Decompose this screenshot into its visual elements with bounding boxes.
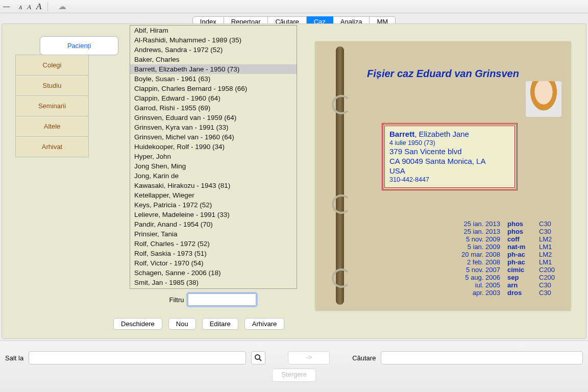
list-item[interactable]: Keys, Patricia - 1972 (52) — [130, 200, 297, 210]
patient-phone: 310-442-8447 — [389, 176, 510, 184]
presc-date: 5 nov. 2009 — [461, 235, 500, 243]
search-label: Căutare — [352, 354, 376, 362]
address-card: Barrett, Elizabeth Jane 4 iulie 1950 (73… — [382, 123, 518, 190]
presc-remedy: dros — [507, 289, 532, 297]
list-item[interactable]: Smith, John — [130, 287, 297, 289]
toolbar: — A A A ☁ — [0, 0, 588, 13]
filter-input[interactable] — [188, 293, 256, 306]
list-item[interactable]: Jong, Karin de — [130, 171, 297, 181]
presc-potency: LM1 — [539, 243, 559, 251]
group-studiu[interactable]: Studiu — [15, 75, 89, 96]
presc-remedy: sep — [507, 274, 532, 281]
list-item[interactable]: Kawasaki, Hirakozu - 1943 (81) — [130, 181, 297, 190]
presc-potency: C30 — [539, 289, 559, 297]
list-item[interactable]: Boyle, Susan - 1961 (63) — [130, 74, 297, 84]
list-item[interactable]: Schagen, Sanne - 2006 (18) — [130, 268, 297, 278]
presc-potency: LM2 — [539, 251, 559, 258]
group-altele[interactable]: Altele — [15, 116, 89, 137]
search-input[interactable] — [381, 351, 583, 364]
bottom-bar: Salt la -> Căutare Ștergere — [0, 340, 588, 392]
new-button[interactable]: Nou — [168, 318, 196, 330]
prescriptions: 25 ian. 2013phosC3025 ian. 2013phosC305 … — [461, 220, 559, 297]
presc-potency: C200 — [539, 274, 559, 281]
case-title: Fișier caz Eduard van Grinsven — [315, 68, 571, 80]
list-item[interactable]: Clappin, Charles Bernard - 1958 (66) — [130, 84, 297, 93]
ring-icon — [332, 194, 351, 214]
group-list: PaciențiColegiStudiuSeminariiAlteleArhiv… — [15, 36, 89, 157]
presc-remedy: nat-m — [507, 243, 532, 251]
open-button[interactable]: Deschidere — [113, 318, 162, 330]
patient-addr1: 379 San Vicente blvd — [389, 147, 510, 157]
list-item[interactable]: Baker, Charles — [130, 55, 297, 64]
patient-birthdate: 4 iulie 1950 (73) — [389, 139, 510, 148]
go-button: -> — [288, 351, 330, 364]
presc-remedy: ph-ac — [507, 258, 532, 266]
list-item[interactable]: Prinsier, Tania — [130, 229, 297, 239]
presc-remedy: cimic — [507, 266, 532, 274]
patient-list[interactable]: Abif, HiramAl-Rashidi, Muhammed - 1989 (… — [130, 25, 297, 289]
edit-button[interactable]: Editare — [202, 318, 238, 330]
binding-strip — [336, 46, 344, 305]
cloud-icon[interactable]: ☁ — [58, 2, 66, 11]
list-item[interactable]: Smit, Jan - 1985 (38) — [130, 278, 297, 287]
list-item[interactable]: Grinsven, Eduard van - 1959 (64) — [130, 113, 297, 122]
group-colegi[interactable]: Colegi — [15, 55, 89, 76]
group-arhivat[interactable]: Arhivat — [15, 136, 89, 157]
group-seminarii[interactable]: Seminarii — [15, 95, 89, 116]
svg-line-1 — [259, 359, 261, 361]
presc-remedy: phos — [507, 220, 532, 228]
svg-point-0 — [255, 355, 260, 359]
list-item[interactable]: Rolf, Charles - 1972 (52) — [130, 239, 297, 249]
patient-addr2: CA 90049 Santa Monica, LA — [389, 157, 510, 166]
list-item[interactable]: Abif, Hiram — [130, 26, 297, 35]
presc-date: 2 feb. 2008 — [461, 258, 500, 266]
presc-potency: C200 — [539, 266, 559, 274]
list-item[interactable]: Rolf, Saskia - 1973 (51) — [130, 249, 297, 258]
list-item[interactable]: Andrews, Sandra - 1972 (52) — [130, 45, 297, 55]
group-pacienți[interactable]: Pacienți — [40, 36, 118, 55]
list-item[interactable]: Barrett, Elizabeth Jane - 1950 (73) — [130, 64, 297, 74]
zoom-min-icon[interactable]: — — [3, 3, 10, 10]
list-item[interactable]: Grinsven, Michel van - 1960 (64) — [130, 132, 297, 142]
archive-button[interactable]: Arhivare — [244, 318, 284, 330]
presc-potency: C30 — [539, 228, 559, 235]
list-item[interactable]: Grinsven, Kyra van - 1991 (33) — [130, 122, 297, 132]
font-size-small[interactable]: A — [19, 5, 22, 10]
ring-icon — [332, 95, 351, 114]
separator — [47, 2, 48, 11]
list-item[interactable]: Lelievre, Madeleine - 1991 (33) — [130, 210, 297, 219]
list-item[interactable]: Garrod, Rishi - 1955 (69) — [130, 103, 297, 113]
presc-date: 5 aug. 2006 — [461, 274, 500, 281]
ring-icon — [332, 268, 351, 288]
jump-input[interactable] — [29, 351, 246, 364]
list-item[interactable]: Pandir, Anand - 1954 (70) — [130, 219, 297, 229]
search-icon[interactable] — [251, 351, 265, 364]
list-item[interactable]: Al-Rashidi, Muhammed - 1989 (35) — [130, 35, 297, 45]
presc-remedy: arn — [507, 281, 532, 289]
presc-date: 25 ian. 2013 — [461, 228, 500, 235]
list-item[interactable]: Hyper, John — [130, 152, 297, 161]
presc-remedy: coff — [507, 235, 532, 243]
presc-date: 20 mar. 2008 — [461, 251, 500, 258]
filter-label: Filtru — [169, 296, 184, 304]
workarea: PaciențiColegiStudiuSeminariiAlteleArhiv… — [2, 23, 586, 339]
font-size-large[interactable]: A — [36, 2, 41, 12]
patient-country: USA — [389, 166, 510, 176]
font-size-medium[interactable]: A — [27, 3, 31, 11]
list-item[interactable]: Rolf, Victor - 1970 (54) — [130, 258, 297, 268]
jump-label: Salt la — [5, 354, 23, 362]
list-item[interactable]: Huidekooper, Rolf - 1990 (34) — [130, 142, 297, 152]
presc-potency: C30 — [539, 281, 559, 289]
list-item[interactable]: Clappin, Edward - 1960 (64) — [130, 93, 297, 103]
presc-potency: C30 — [539, 220, 559, 228]
presc-remedy: ph-ac — [507, 251, 532, 258]
case-card: Fișier caz Eduard van Grinsven Barrett, … — [315, 41, 571, 310]
presc-date: 5 ian. 2009 — [461, 243, 500, 251]
list-item[interactable]: Ketellapper, Wieger — [130, 190, 297, 200]
avatar — [526, 81, 561, 117]
list-item[interactable]: Jong Shen, Ming — [130, 161, 297, 171]
presc-date: apr. 2003 — [461, 289, 500, 297]
presc-potency: LM1 — [539, 258, 559, 266]
presc-date: 5 nov. 2007 — [461, 266, 500, 274]
presc-date: iul. 2005 — [461, 281, 500, 289]
